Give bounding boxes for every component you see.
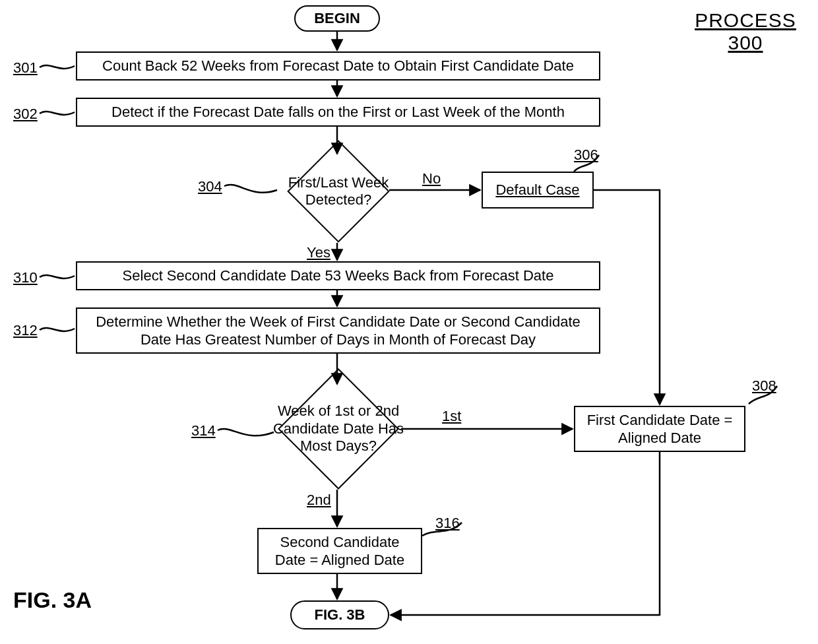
terminator-begin: BEGIN <box>294 5 380 32</box>
step-306-text: Default Case <box>495 181 579 199</box>
step-312-text: Determine Whether the Week of First Cand… <box>84 313 592 349</box>
ref-312: 312 <box>13 322 38 339</box>
step-316: Second Candidate Date = Aligned Date <box>257 528 422 574</box>
ref-308: 308 <box>752 377 776 395</box>
terminator-end-label: FIG. 3B <box>314 606 365 624</box>
step-310-text: Select Second Candidate Date 53 Weeks Ba… <box>123 267 554 285</box>
flowchart-canvas: PROCESS 300 BEGIN 301 Count Back 52 Week… <box>0 0 818 644</box>
step-306: Default Case <box>482 172 594 209</box>
step-308: First Candidate Date = Aligned Date <box>574 406 745 452</box>
step-308-text: First Candidate Date = Aligned Date <box>582 411 738 447</box>
step-301-text: Count Back 52 Weeks from Forecast Date t… <box>102 57 574 75</box>
decision-314-text: Week of 1st or 2nd Candidate Date Has Mo… <box>256 402 421 455</box>
ref-306: 306 <box>574 146 598 164</box>
figure-label: FIG. 3A <box>13 587 92 613</box>
ref-310: 310 <box>13 269 38 286</box>
step-312: Determine Whether the Week of First Cand… <box>76 307 600 354</box>
ref-301: 301 <box>13 59 38 77</box>
ref-302: 302 <box>13 106 38 123</box>
process-number: 300 <box>728 32 763 53</box>
decision-314-second: 2nd <box>307 492 331 509</box>
step-301: Count Back 52 Weeks from Forecast Date t… <box>76 51 600 80</box>
ref-316: 316 <box>435 515 460 532</box>
decision-304-yes: Yes <box>307 244 330 261</box>
terminator-end: FIG. 3B <box>290 600 389 629</box>
decision-314: Week of 1st or 2nd Candidate Date Has Mo… <box>256 370 421 488</box>
ref-314: 314 <box>191 422 216 439</box>
decision-304-text: First/Last Week Detected? <box>276 174 401 209</box>
decision-304-no: No <box>422 170 441 187</box>
terminator-begin-label: BEGIN <box>314 9 360 28</box>
process-header: PROCESS 300 <box>686 9 805 54</box>
ref-304: 304 <box>198 178 222 195</box>
process-word: PROCESS <box>695 9 796 31</box>
step-310: Select Second Candidate Date 53 Weeks Ba… <box>76 261 600 290</box>
decision-304: First/Last Week Detected? <box>276 142 401 241</box>
step-302-text: Detect if the Forecast Date falls on the… <box>111 103 565 121</box>
step-302: Detect if the Forecast Date falls on the… <box>76 98 600 127</box>
step-316-text: Second Candidate Date = Aligned Date <box>265 533 414 569</box>
decision-314-first: 1st <box>442 408 461 425</box>
